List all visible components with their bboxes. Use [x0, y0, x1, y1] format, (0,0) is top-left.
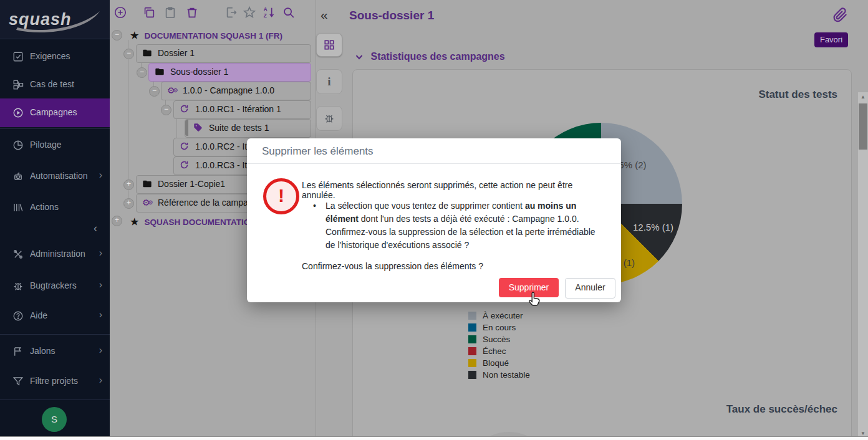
sidebar-item-filtre-projets[interactable]: Filtre projets ›: [0, 367, 110, 396]
sidebar-collapse-icon[interactable]: ‹: [94, 222, 97, 235]
legend-swatch: [468, 347, 476, 355]
tools-icon: [12, 249, 24, 260]
collapse-node-button[interactable]: −: [123, 49, 134, 59]
export-icon[interactable]: [224, 6, 238, 19]
mouse-cursor-hand: [527, 290, 543, 309]
tree-node-label: Dossier 1: [158, 45, 195, 61]
paperclip-attachment-icon[interactable]: [832, 4, 848, 26]
dashboard-grid-icon: [324, 39, 335, 50]
legend-swatch: [468, 335, 476, 343]
bug-icon: [12, 280, 24, 292]
tree-project-root[interactable]: ★SQUASH DOCUMENTATIO: [130, 216, 250, 226]
sitemap-icon: [12, 79, 24, 90]
sidebar-item-label: Filtre projets: [30, 376, 78, 386]
search-icon[interactable]: [282, 6, 296, 19]
tree-node-iteration[interactable]: 1.0.0.RC1 - Itération 1: [173, 100, 311, 119]
tree-connector: [128, 40, 128, 203]
sidebar-item-label: Jalons: [30, 346, 55, 356]
app-logo[interactable]: squash: [0, 0, 110, 39]
expand-node-button[interactable]: +: [123, 198, 134, 209]
tree-node-label: Sous-dossier 1: [170, 64, 228, 80]
chevron-right-icon: ›: [99, 345, 102, 356]
chart-title-statut: Statut des tests: [758, 88, 837, 101]
tree-project-root[interactable]: ★DOCUMENTATION SQUASH 1 (FR): [130, 30, 282, 40]
sidebar-item-label: Administration: [30, 249, 85, 259]
legend-swatch: [468, 359, 476, 367]
sidebar-item-label: Campagnes: [30, 107, 77, 117]
dialog-bullet-item: • La sélection que vous tentez de suppri…: [313, 199, 606, 252]
user-avatar[interactable]: S: [42, 407, 67, 432]
vertical-scrollbar[interactable]: ▲ ▼: [858, 92, 868, 440]
legend-label: Échec: [483, 347, 506, 356]
tree-node-label: DOCUMENTATION SQUASH 1 (FR): [144, 31, 282, 41]
tree-node-label: 1.0.0.RC2 - Ité: [195, 138, 252, 155]
sidebar-item-label: Bugtrackers: [30, 280, 77, 290]
dialog-warning-text: Les éléments sélectionnés seront supprim…: [302, 180, 607, 200]
copy-icon[interactable]: [142, 6, 156, 19]
sidebar-item-label: Aide: [30, 310, 47, 320]
folder-icon: [142, 179, 152, 189]
paste-icon[interactable]: [163, 6, 177, 19]
scroll-up-icon[interactable]: ▲: [861, 94, 866, 100]
tree-node-label: 1.0.0.RC3 - Ité: [195, 157, 252, 173]
tree-node-label: SQUASH DOCUMENTATIO: [144, 218, 250, 227]
favorite-star-icon[interactable]: [243, 6, 256, 19]
gears-icon: ⚙⚙: [142, 198, 152, 208]
collapse-panel-icon[interactable]: «: [321, 8, 328, 22]
horizontal-scrollbar-track[interactable]: [0, 436, 868, 440]
tree-node-label: Référence de la campa: [158, 194, 248, 211]
sidebar-item-cas-de-test[interactable]: Cas de test: [0, 70, 110, 99]
tab-dashboard[interactable]: [316, 33, 342, 57]
favori-badge[interactable]: Favori: [814, 32, 848, 47]
svg-text:Z: Z: [264, 13, 267, 19]
add-circle-icon[interactable]: [113, 6, 127, 19]
bullet-dot: •: [313, 199, 316, 213]
sidebar-item-jalons[interactable]: Jalons ›: [0, 337, 110, 366]
check-square-icon: [12, 51, 24, 62]
scroll-down-icon[interactable]: ▼: [861, 431, 866, 436]
bug-icon: [324, 113, 335, 124]
warning-icon: !: [263, 178, 299, 214]
delete-icon[interactable]: [185, 6, 199, 19]
sidebar-item-administration[interactable]: Administration ›: [0, 240, 110, 269]
tab-bugtracker[interactable]: [316, 106, 342, 131]
star-icon: ★: [130, 216, 138, 227]
expand-node-button[interactable]: +: [112, 216, 122, 226]
cancel-button[interactable]: Annuler: [565, 278, 615, 299]
sidebar-item-aide[interactable]: Aide ›: [0, 302, 110, 330]
gears-icon: ⚙⚙: [167, 85, 177, 95]
dialog-title: Supprimer les éléments: [262, 145, 374, 158]
scrollbar-thumb[interactable]: [859, 103, 867, 150]
legend-label: Bloqué: [483, 358, 509, 368]
collapse-node-button[interactable]: −: [161, 105, 171, 115]
collapse-node-button[interactable]: −: [112, 30, 122, 41]
collapse-node-button[interactable]: −: [149, 86, 160, 97]
sidebar-item-bugtrackers[interactable]: Bugtrackers ›: [0, 272, 110, 300]
sidebar-item-automatisation[interactable]: Automatisation ›: [0, 162, 110, 191]
play-circle-icon: [12, 107, 24, 118]
sidebar-item-exigences[interactable]: Exigences: [0, 42, 110, 71]
tree-node-label: Suite de tests 1: [209, 120, 269, 136]
svg-text:A: A: [264, 7, 268, 12]
sort-az-icon[interactable]: AZ: [263, 6, 276, 19]
tab-information[interactable]: i: [316, 69, 342, 94]
chevron-right-icon: ›: [99, 247, 102, 259]
sidebar-item-actions[interactable]: Actions: [0, 193, 110, 222]
tree-node-label: Dossier 1-Copie1: [158, 176, 225, 192]
tree-node-folder[interactable]: Dossier 1: [136, 44, 311, 63]
expand-node-button[interactable]: +: [123, 179, 134, 190]
sidebar-item-label: Actions: [30, 202, 59, 212]
sidebar-item-pilotage[interactable]: Pilotage: [0, 131, 110, 160]
tree-node-label: 1.0.0 - Campagne 1.0.0: [183, 82, 274, 98]
collapse-node-button[interactable]: −: [137, 67, 147, 78]
tree-node-test-suite[interactable]: Suite de tests 1: [185, 119, 311, 138]
legend-swatch: [468, 371, 476, 379]
delete-confirmation-dialog: Supprimer les éléments ! Les éléments sé…: [247, 138, 621, 302]
tree-node-folder-selected[interactable]: Sous-dossier 1: [148, 63, 311, 82]
sidebar-divider: [0, 334, 110, 335]
section-statistiques-header[interactable]: Statistiques des campagnes: [355, 51, 505, 62]
sidebar-item-campagnes[interactable]: Campagnes: [0, 98, 110, 127]
tree-node-campaign[interactable]: ⚙⚙ 1.0.0 - Campagne 1.0.0: [161, 82, 311, 100]
sidebar-item-label: Automatisation: [30, 171, 88, 181]
library-icon: [12, 202, 24, 213]
